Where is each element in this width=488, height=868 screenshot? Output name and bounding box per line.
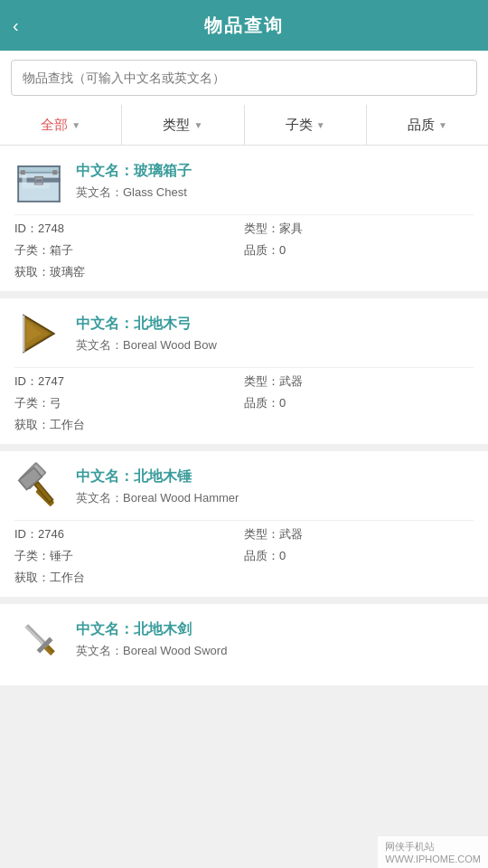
item-subtype-val: 子类：弓 <box>14 395 244 411</box>
filter-subtype-arrow: ▼ <box>316 120 325 130</box>
page-title: 物品查询 <box>204 14 284 38</box>
item-icon-sword <box>14 615 63 664</box>
filter-quality[interactable]: 品质 ▼ <box>367 105 488 145</box>
svg-rect-10 <box>17 165 19 203</box>
item-id: ID：2747 <box>14 373 244 390</box>
item-names: 中文名：北地木锤 英文名：Boreal Wood Hammer <box>76 467 239 506</box>
item-type: 类型：武器 <box>244 526 474 542</box>
item-icon-bow <box>14 309 63 358</box>
item-header: 中文名：玻璃箱子 英文名：Glass Chest <box>14 156 474 205</box>
item-names: 中文名：北地木剑 英文名：Boreal Wood Sword <box>76 620 227 659</box>
item-header: 中文名：北地木弓 英文名：Boreal Wood Bow <box>14 309 474 358</box>
item-names: 中文名：玻璃箱子 英文名：Glass Chest <box>76 162 192 201</box>
watermark: 网侠手机站 WWW.IPHOME.COM <box>378 836 488 868</box>
item-quality: 品质：0 <box>244 395 474 411</box>
svg-rect-15 <box>52 170 57 175</box>
svg-rect-28 <box>25 626 46 646</box>
item-en-name: 英文名：Boreal Wood Sword <box>76 643 227 659</box>
filter-quality-label: 品质 <box>408 117 435 134</box>
svg-rect-14 <box>21 170 25 175</box>
svg-rect-11 <box>59 165 61 203</box>
svg-rect-8 <box>17 165 60 167</box>
item-details: ID：2747 类型：武器 子类：弓 品质：0 获取：工作台 <box>14 367 474 433</box>
filter-all-arrow: ▼ <box>71 120 80 130</box>
item-cn-name: 中文名：玻璃箱子 <box>76 162 192 181</box>
item-quality: 品质：0 <box>244 548 474 564</box>
item-subtype-val: 子类：锤子 <box>14 548 244 564</box>
search-input[interactable] <box>11 60 477 96</box>
item-en-name: 英文名：Boreal Wood Hammer <box>76 490 239 506</box>
item-details: ID：2746 类型：武器 子类：锤子 品质：0 获取：工作台 <box>14 520 474 586</box>
item-obtain: 获取：工作台 <box>14 570 244 586</box>
filter-bar: 全部 ▼ 类型 ▼ 子类 ▼ 品质 ▼ <box>0 105 488 146</box>
filter-all[interactable]: 全部 ▼ <box>0 105 122 145</box>
back-button[interactable]: ‹ <box>13 15 19 36</box>
filter-quality-arrow: ▼ <box>438 120 447 130</box>
item-names: 中文名：北地木弓 英文名：Boreal Wood Bow <box>76 315 217 354</box>
item-card-partial[interactable]: 中文名：北地木剑 英文名：Boreal Wood Sword <box>0 604 488 685</box>
item-id: ID：2748 <box>14 221 244 237</box>
item-cn-name: 中文名：北地木锤 <box>76 467 239 486</box>
item-obtain: 获取：玻璃窑 <box>14 264 244 280</box>
item-obtain: 获取：工作台 <box>14 417 244 433</box>
filter-all-label: 全部 <box>41 117 68 134</box>
filter-subtype[interactable]: 子类 ▼ <box>245 105 367 145</box>
item-type: 类型：武器 <box>244 373 474 390</box>
item-card[interactable]: 中文名：北地木弓 英文名：Boreal Wood Bow ID：2747 类型：… <box>0 298 488 444</box>
item-icon-glass-chest <box>14 156 63 205</box>
item-details: ID：2748 类型：家具 子类：箱子 品质：0 获取：玻璃窑 <box>14 214 474 280</box>
item-en-name: 英文名：Boreal Wood Bow <box>76 337 217 354</box>
svg-rect-12 <box>22 175 26 184</box>
item-quality: 品质：0 <box>244 242 474 259</box>
item-cn-name: 中文名：北地木弓 <box>76 315 217 334</box>
item-card[interactable]: 中文名：玻璃箱子 英文名：Glass Chest ID：2748 类型：家具 子… <box>0 146 488 291</box>
item-en-name: 英文名：Glass Chest <box>76 184 192 201</box>
search-bar <box>0 51 488 105</box>
item-header: 中文名：北地木剑 英文名：Boreal Wood Sword <box>14 615 474 664</box>
item-id: ID：2746 <box>14 526 244 542</box>
filter-type-arrow: ▼ <box>193 120 202 130</box>
filter-type[interactable]: 类型 ▼ <box>122 105 244 145</box>
svg-rect-7 <box>36 179 42 182</box>
item-header: 中文名：北地木锤 英文名：Boreal Wood Hammer <box>14 462 474 511</box>
item-card[interactable]: 中文名：北地木锤 英文名：Boreal Wood Hammer ID：2746 … <box>0 451 488 597</box>
svg-rect-13 <box>22 184 49 188</box>
svg-rect-9 <box>17 201 60 203</box>
item-icon-hammer <box>14 462 63 511</box>
header: ‹ 物品查询 <box>0 0 488 51</box>
items-list: 中文名：玻璃箱子 英文名：Glass Chest ID：2748 类型：家具 子… <box>0 146 488 685</box>
filter-subtype-label: 子类 <box>286 117 313 134</box>
filter-type-label: 类型 <box>163 117 190 134</box>
item-subtype-val: 子类：箱子 <box>14 242 244 259</box>
item-type: 类型：家具 <box>244 221 474 237</box>
item-cn-name: 中文名：北地木剑 <box>76 620 227 639</box>
